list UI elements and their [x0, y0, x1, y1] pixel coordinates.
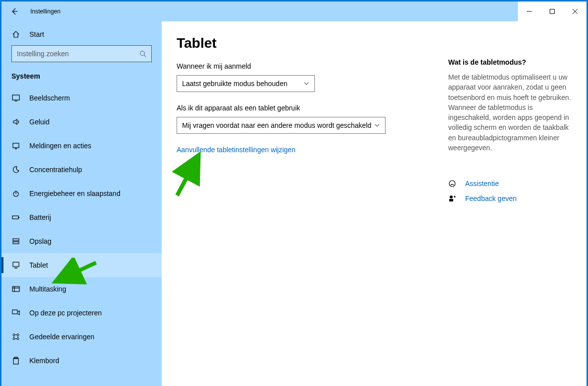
signin-value: Laatst gebruikte modus behouden	[182, 80, 288, 88]
sidebar-item-label: Geluid	[29, 118, 49, 126]
search-input[interactable]: Instelling zoeken	[11, 45, 152, 62]
sidebar-item-project[interactable]: Op deze pc projecteren	[1, 301, 162, 325]
feedback-icon	[448, 194, 456, 202]
aside-body: Met de tabletmodus optimaliseert u uw ap…	[448, 72, 572, 153]
search-placeholder: Instelling zoeken	[17, 50, 69, 58]
share-icon	[11, 333, 20, 341]
moon-icon	[11, 166, 20, 174]
svg-rect-2	[550, 9, 555, 14]
power-icon	[11, 190, 20, 197]
tablet-use-value: Mij vragen voordat naar een andere modus…	[182, 121, 372, 129]
search-icon	[139, 50, 146, 57]
svg-rect-16	[13, 262, 19, 267]
sidebar-item-moon[interactable]: Concentratiehulp	[1, 158, 162, 182]
storage-icon	[11, 237, 20, 245]
chevron-down-icon	[303, 81, 309, 87]
sidebar-item-label: Gedeelde ervaringen	[29, 333, 95, 341]
sidebar-item-label: Energiebeheer en slaapstand	[29, 190, 120, 197]
svg-point-23	[17, 334, 19, 336]
section-label: Systeem	[1, 69, 162, 86]
close-button[interactable]	[564, 1, 587, 21]
sidebar-item-clipboard[interactable]: Klembord	[1, 349, 162, 373]
svg-rect-18	[12, 287, 19, 291]
project-icon	[11, 309, 20, 317]
aside-heading: Wat is de tabletmodus?	[448, 58, 572, 66]
titlebar: Instellingen	[1, 1, 587, 21]
sidebar-item-label: Multitasking	[29, 285, 66, 293]
display-icon	[11, 94, 20, 102]
sound-icon	[11, 118, 20, 126]
maximize-button[interactable]	[541, 1, 564, 21]
sidebar-item-label: Concentratiehulp	[29, 166, 82, 174]
sidebar-item-label: Op deze pc projecteren	[29, 309, 102, 317]
tablet-icon	[11, 261, 20, 269]
feedback-label: Feedback geven	[465, 194, 517, 202]
sidebar-item-label: Klembord	[29, 357, 59, 365]
sidebar-item-label: Batterij	[29, 213, 51, 221]
sidebar-item-battery[interactable]: Batterij	[1, 205, 162, 229]
svg-rect-17	[14, 268, 17, 269]
svg-rect-21	[12, 310, 17, 314]
svg-rect-9	[13, 143, 19, 148]
main-column: Tablet Wanneer ik mij aanmeld Laatst geb…	[177, 35, 428, 386]
window-title: Instellingen	[30, 8, 61, 15]
sidebar-item-storage[interactable]: Opslag	[1, 229, 162, 253]
feedback-link[interactable]: Feedback geven	[448, 194, 572, 202]
sidebar-item-tablet[interactable]: Tablet	[1, 253, 162, 277]
home-button[interactable]: Start	[1, 25, 162, 43]
svg-rect-14	[13, 239, 19, 241]
tablet-use-dropdown[interactable]: Mij vragen voordat naar een andere modus…	[177, 117, 386, 134]
sidebar-item-sound[interactable]: Geluid	[1, 110, 162, 134]
home-label: Start	[29, 30, 44, 38]
signin-label: Wanneer ik mij aanmeld	[177, 62, 428, 70]
svg-point-5	[140, 51, 145, 56]
home-icon	[11, 30, 20, 38]
chevron-down-icon	[374, 122, 380, 128]
more-settings-link[interactable]: Aanvullende tabletinstellingen wijzigen	[177, 146, 428, 154]
sidebar-item-display[interactable]: Beeldscherm	[1, 86, 162, 110]
sidebar: Start Instelling zoeken Systeem Beeldsch…	[1, 21, 162, 386]
multitask-icon	[11, 285, 20, 293]
help-icon	[448, 180, 456, 188]
svg-rect-30	[449, 199, 453, 201]
svg-rect-7	[12, 95, 19, 100]
tablet-use-label: Als ik dit apparaat als een tablet gebru…	[177, 104, 428, 112]
sidebar-item-power[interactable]: Energiebeheer en slaapstand	[1, 182, 162, 205]
sidebar-item-label: Beeldscherm	[29, 94, 70, 102]
back-icon[interactable]	[10, 7, 18, 15]
help-label: Assistentie	[465, 180, 499, 188]
sidebar-item-label: Meldingen en acties	[29, 142, 92, 150]
page-title: Tablet	[177, 35, 428, 51]
aside-column: Wat is de tabletmodus? Met de tabletmodu…	[448, 35, 572, 386]
svg-line-6	[144, 55, 146, 57]
svg-rect-26	[13, 358, 18, 364]
svg-rect-13	[18, 217, 19, 218]
sidebar-item-multitask[interactable]: Multitasking	[1, 277, 162, 301]
svg-point-29	[450, 195, 453, 198]
signin-dropdown[interactable]: Laatst gebruikte modus behouden	[177, 75, 315, 92]
svg-point-22	[13, 334, 15, 336]
clipboard-icon	[11, 357, 20, 365]
notify-icon	[11, 142, 20, 150]
sidebar-item-share[interactable]: Gedeelde ervaringen	[1, 325, 162, 349]
minimize-button[interactable]	[518, 1, 541, 21]
sidebar-item-label: Opslag	[29, 237, 51, 245]
svg-rect-12	[12, 216, 18, 219]
battery-icon	[11, 213, 20, 221]
svg-point-24	[13, 338, 15, 340]
help-link[interactable]: Assistentie	[448, 180, 572, 188]
svg-point-28	[449, 181, 455, 187]
svg-point-25	[17, 338, 19, 340]
svg-rect-15	[13, 242, 19, 244]
sidebar-item-label: Tablet	[29, 261, 48, 269]
sidebar-item-notify[interactable]: Meldingen en acties	[1, 134, 162, 158]
